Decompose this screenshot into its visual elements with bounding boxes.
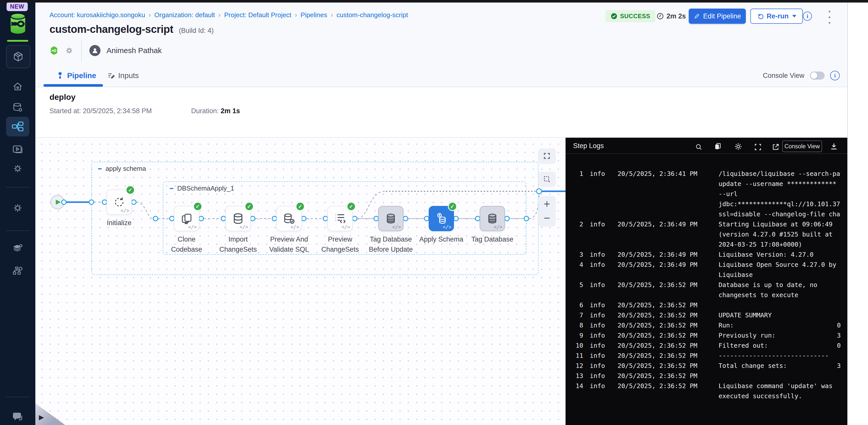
sidebar-item-settings[interactable]: [0, 161, 35, 176]
log-line: 13info20/5/2025, 2:36:52 PM: [572, 371, 841, 381]
success-check-icon: ✓: [193, 202, 202, 211]
logo-underline: [7, 40, 28, 42]
log-line: 10info20/5/2025, 2:36:52 PMFiltered out:…: [572, 341, 841, 351]
avatar: [89, 45, 100, 56]
breadcrumb-separator: ›: [331, 11, 333, 19]
dbops-mini-logo-icon: [50, 46, 59, 56]
code-badge-icon: </>: [240, 224, 248, 230]
success-check-icon: ✓: [126, 186, 135, 195]
more-options-menu[interactable]: [829, 10, 831, 24]
log-line: 4info20/5/2025, 2:36:49 PMLiquibase Open…: [572, 260, 841, 270]
canvas-fullscreen-button[interactable]: [538, 148, 555, 163]
log-copy-icon[interactable]: [713, 142, 722, 150]
zoom-out-button[interactable]: −: [544, 213, 550, 223]
sidebar-item-module-switcher[interactable]: [6, 45, 30, 68]
log-line: 2024-03-25 17:08+0000): [572, 239, 841, 250]
gear-icon[interactable]: [65, 46, 74, 55]
pipeline-node-tag-database-before-update[interactable]: </>: [378, 206, 403, 231]
breadcrumb: Account: kurosakiichigo.songoku›Organiza…: [50, 10, 408, 19]
pipeline-node-tag-database[interactable]: </>: [480, 206, 505, 231]
sidebar-item-module-settings[interactable]: [0, 240, 35, 256]
breadcrumb-separator: ›: [149, 11, 151, 19]
log-line: ssl=disable --changelog-file changelo: [572, 209, 841, 219]
database-gray-icon: [486, 212, 499, 225]
console-view-toggle[interactable]: [810, 72, 825, 80]
zoom-in-button[interactable]: +: [544, 199, 550, 209]
tab-pipeline[interactable]: Pipeline: [56, 70, 96, 81]
active-tab-underline: [43, 84, 103, 87]
play-box-icon: [12, 143, 24, 155]
app-window: NEW: [0, 0, 868, 425]
log-line: changesets to execute: [572, 290, 841, 300]
console-view-label: Console View: [763, 72, 804, 80]
new-badge: NEW: [6, 2, 28, 11]
sidebar-divider: [6, 230, 29, 231]
success-check-icon: ✓: [347, 202, 356, 211]
cube-icon: [12, 51, 24, 62]
tab-inputs[interactable]: Inputs: [107, 70, 139, 81]
step-logs-title: Step Logs: [573, 142, 604, 150]
edit-pipeline-button[interactable]: Edit Pipeline: [689, 8, 746, 24]
harness-dbops-logo[interactable]: [9, 12, 27, 34]
log-header-divider: [565, 153, 847, 154]
log-open-in-new-icon[interactable]: [772, 143, 780, 151]
log-search-icon[interactable]: [695, 143, 703, 151]
check-circle-icon: [611, 12, 618, 20]
log-console-view-button[interactable]: Console View: [782, 141, 822, 152]
breadcrumb-link[interactable]: Pipelines: [301, 11, 328, 19]
sidebar-item-help[interactable]: ?: [0, 409, 35, 425]
info-icon[interactable]: i: [803, 11, 812, 21]
breadcrumb-separator: ›: [295, 11, 297, 19]
code-badge-icon: </>: [188, 224, 197, 230]
rerun-button[interactable]: Re-run: [750, 8, 803, 24]
help-chat-icon: ?: [11, 411, 24, 423]
breadcrumb-link[interactable]: custom-changelog-script: [337, 11, 408, 19]
log-line: 5info20/5/2025, 2:36:52 PMDatabase is up…: [572, 280, 841, 290]
graph-connectors: [35, 138, 565, 425]
sidebar-item-project-settings[interactable]: [0, 200, 35, 216]
log-line: 12info20/5/2025, 2:36:52 PMTotal change …: [572, 361, 841, 371]
breadcrumb-separator: ›: [218, 11, 221, 19]
breadcrumb-link[interactable]: Organization: default: [154, 11, 215, 19]
code-badge-icon: </>: [494, 224, 502, 230]
breadcrumb-link[interactable]: Project: Default Project: [224, 11, 291, 19]
log-line: --url: [572, 189, 841, 199]
browser-top-strip: [0, 0, 868, 2]
canvas-select-button[interactable]: [538, 172, 555, 187]
log-line: 14info20/5/2025, 2:36:52 PMLiquibase com…: [572, 381, 841, 391]
log-download-icon[interactable]: [830, 142, 838, 150]
gear-icon: [12, 163, 23, 174]
log-fullscreen-icon[interactable]: [754, 143, 762, 151]
execution-meta-row: Animesh Pathak: [50, 44, 162, 58]
page-scrollbar[interactable]: [847, 0, 868, 425]
stage-duration: Duration: 2m 1s: [191, 107, 240, 115]
sidebar-item-executions[interactable]: [0, 142, 35, 157]
home-icon: [12, 81, 23, 92]
log-line: jdbc:*************ql://10.101.37.129: [572, 199, 841, 209]
code-badge-icon: </>: [342, 224, 350, 230]
database-gear-icon: [12, 102, 24, 113]
list-code-icon: [334, 212, 347, 225]
code-badge-icon: </>: [443, 224, 452, 230]
duration-chip: 2m 2s: [656, 11, 686, 21]
log-lines: 1info20/5/2025, 2:36:41 PM/liquibase/liq…: [572, 169, 841, 401]
log-line: (version 4.27.0 #1525 built at: [572, 229, 841, 239]
sidebar-item-home[interactable]: [0, 79, 35, 94]
sidebar-item-org-settings[interactable]: [0, 263, 35, 279]
refresh-icon: [113, 196, 126, 209]
log-line: Liquibase: [572, 270, 841, 280]
gear-icon: [12, 202, 24, 214]
info-icon[interactable]: i: [830, 71, 840, 80]
play-icon: ▶: [39, 414, 44, 421]
success-check-icon: ✓: [245, 202, 254, 211]
log-line: 7info20/5/2025, 2:36:52 PMUPDATE SUMMARY: [572, 310, 841, 320]
log-settings-icon[interactable]: [734, 142, 743, 151]
stage-started-at: Started at: 20/5/2025, 2:34:58 PM: [50, 107, 152, 115]
status-badge: SUCCESS: [606, 10, 655, 22]
breadcrumb-link[interactable]: Account: kurosakiichigo.songoku: [50, 11, 145, 19]
sidebar-item-pipelines[interactable]: [6, 117, 29, 137]
log-line: 6info20/5/2025, 2:36:52 PM: [572, 300, 841, 310]
database-icon: [231, 212, 245, 225]
sidebar-item-database-devops[interactable]: [0, 100, 35, 115]
org-structure-gear-icon: [12, 265, 24, 277]
